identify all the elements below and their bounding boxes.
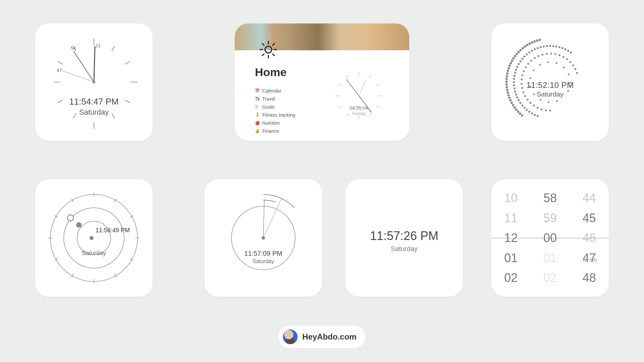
svg-point-175 bbox=[67, 215, 73, 221]
svg-point-177 bbox=[90, 236, 94, 240]
nav-item-travel[interactable]: ✈️Travel bbox=[255, 95, 329, 103]
svg-point-114 bbox=[567, 50, 569, 52]
svg-line-30 bbox=[369, 75, 371, 78]
nav-item-finance[interactable]: 💰Finance bbox=[255, 127, 329, 135]
svg-point-57 bbox=[506, 72, 508, 75]
clock-widget-radial-arc[interactable]: 11:57:09 PM Saturday bbox=[205, 179, 322, 297]
svg-point-99 bbox=[524, 56, 526, 58]
svg-line-39 bbox=[359, 79, 366, 96]
clock-widget-digital[interactable]: 11:57:26 PM Saturday bbox=[345, 179, 463, 297]
nav-label: Goals bbox=[262, 104, 275, 110]
nav-item-goals[interactable]: ☰Goals bbox=[255, 103, 329, 111]
svg-line-7 bbox=[125, 61, 130, 64]
svg-point-84 bbox=[518, 99, 520, 101]
plane-icon: ✈️ bbox=[255, 97, 260, 101]
svg-point-131 bbox=[527, 63, 529, 65]
svg-point-77 bbox=[534, 114, 536, 116]
svg-point-140 bbox=[562, 56, 565, 58]
svg-point-160 bbox=[50, 194, 138, 282]
svg-line-180 bbox=[263, 198, 282, 238]
nav-item-nutrition[interactable]: 🍎Nutrition bbox=[255, 119, 329, 127]
svg-line-14 bbox=[61, 70, 94, 82]
svg-point-95 bbox=[516, 66, 518, 68]
svg-point-106 bbox=[543, 46, 545, 48]
radial-arc-face bbox=[205, 179, 322, 297]
svg-point-144 bbox=[575, 68, 577, 70]
svg-point-56 bbox=[506, 75, 508, 77]
day-text: Saturday bbox=[205, 258, 322, 264]
svg-point-78 bbox=[531, 113, 533, 115]
svg-line-5 bbox=[112, 46, 115, 51]
svg-point-58 bbox=[507, 70, 509, 72]
clock-widget-orbit[interactable]: 11:56:49 PM Saturday bbox=[35, 179, 153, 297]
svg-line-179 bbox=[263, 200, 264, 238]
svg-point-71 bbox=[528, 43, 531, 45]
svg-point-156 bbox=[563, 66, 565, 68]
time-text: 11:52:10 PM bbox=[491, 80, 609, 90]
svg-point-43 bbox=[515, 109, 518, 111]
svg-point-70 bbox=[526, 44, 528, 46]
svg-point-65 bbox=[516, 53, 518, 55]
svg-point-157 bbox=[568, 73, 570, 75]
svg-point-91 bbox=[513, 78, 515, 80]
money-icon: 💰 bbox=[255, 129, 260, 133]
day-text: Saturday bbox=[491, 90, 609, 98]
nav-label: Calendar bbox=[262, 88, 281, 94]
svg-point-111 bbox=[558, 46, 560, 48]
time-text: 11:54:47 PM bbox=[35, 97, 153, 107]
svg-point-96 bbox=[518, 63, 520, 65]
site-credit-pill[interactable]: HeyAbdo.com bbox=[278, 325, 366, 349]
svg-point-46 bbox=[511, 102, 513, 104]
svg-point-82 bbox=[521, 104, 523, 106]
svg-point-45 bbox=[512, 104, 514, 106]
svg-point-79 bbox=[528, 111, 530, 113]
svg-point-74 bbox=[536, 39, 538, 42]
svg-line-24 bbox=[272, 43, 275, 46]
clock-widget-dot-spiral[interactable]: 11:52:10 PM Saturday bbox=[491, 23, 609, 141]
svg-point-181 bbox=[262, 236, 265, 240]
nav-label: Fitness tracking bbox=[262, 112, 295, 118]
sun-icon bbox=[258, 40, 278, 60]
nav-item-calendar[interactable]: 📅Calendar bbox=[255, 87, 329, 95]
svg-point-92 bbox=[514, 75, 516, 77]
svg-point-109 bbox=[552, 45, 554, 47]
svg-line-23 bbox=[262, 54, 264, 56]
clock-widget-analog-numbers[interactable]: 11 54 47 11:54:47 PM Saturday bbox=[35, 23, 153, 141]
svg-point-116 bbox=[549, 110, 551, 112]
svg-point-76 bbox=[537, 115, 539, 117]
svg-line-13 bbox=[73, 51, 94, 82]
svg-point-81 bbox=[524, 107, 526, 109]
svg-point-100 bbox=[526, 53, 528, 55]
svg-line-21 bbox=[262, 43, 264, 46]
svg-point-64 bbox=[514, 55, 516, 57]
svg-point-146 bbox=[556, 100, 558, 102]
time-text: 11:57:09 PM bbox=[205, 250, 322, 257]
site-name: HeyAbdo.com bbox=[302, 332, 356, 342]
svg-point-69 bbox=[524, 45, 526, 48]
svg-point-80 bbox=[526, 109, 528, 111]
svg-point-151 bbox=[530, 77, 531, 79]
svg-line-12 bbox=[94, 46, 95, 82]
nav-item-fitness[interactable]: 🏃Fitness tracking bbox=[255, 111, 329, 119]
svg-point-136 bbox=[546, 53, 548, 55]
svg-point-55 bbox=[505, 78, 508, 80]
mini-day-text: Sunday bbox=[329, 111, 389, 116]
svg-point-148 bbox=[540, 99, 541, 101]
svg-point-15 bbox=[93, 81, 95, 83]
svg-point-118 bbox=[541, 108, 543, 110]
notion-home-widget[interactable]: Home 📅Calendar ✈️Travel ☰Goals 🏃Fitness … bbox=[235, 23, 409, 141]
svg-point-112 bbox=[561, 47, 564, 49]
svg-point-59 bbox=[507, 67, 510, 69]
svg-line-31 bbox=[338, 84, 341, 86]
clock-widget-picker[interactable]: 10 11 12 01 02 58 59 00 01 02 44 45 46 4… bbox=[491, 179, 609, 297]
runner-icon: 🏃 bbox=[255, 113, 260, 117]
svg-point-155 bbox=[556, 62, 557, 64]
svg-point-93 bbox=[514, 72, 516, 74]
svg-point-83 bbox=[520, 102, 522, 104]
svg-point-61 bbox=[509, 62, 512, 64]
svg-point-145 bbox=[576, 72, 578, 74]
embedded-clock-widget: 04:55:04 Sunday bbox=[329, 66, 389, 135]
time-text: 11:56:49 PM bbox=[96, 227, 130, 234]
svg-point-139 bbox=[558, 54, 560, 56]
svg-point-68 bbox=[522, 47, 524, 49]
